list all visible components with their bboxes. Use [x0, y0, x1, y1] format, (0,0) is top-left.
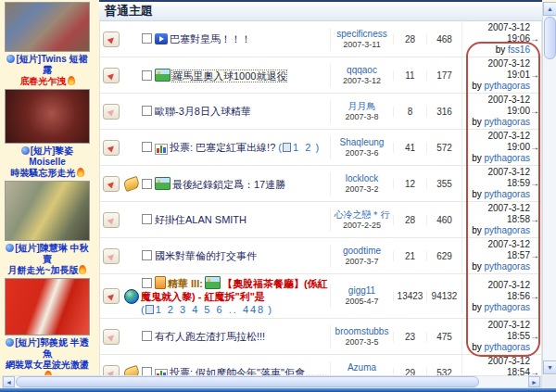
scroll-left-button[interactable]: ◄: [3, 376, 15, 387]
last-poster-link[interactable]: pythagoras: [485, 153, 530, 163]
ad-thumbnail-image[interactable]: [5, 278, 90, 335]
new-post-flag-icon[interactable]: ▶: [103, 248, 120, 264]
last-post-time: 2007-3-12 19:01: [462, 58, 530, 81]
topic-post-date: 2007-3-5: [331, 337, 393, 348]
digest-icon: [155, 276, 166, 289]
ad-caption-line1[interactable]: [短片]黎姿 Moiselle: [29, 145, 73, 167]
topic-checkbox[interactable]: [142, 33, 152, 44]
ad-caption-line1[interactable]: [短片]陳慧琳 中秋賣: [15, 243, 88, 264]
page-number-links[interactable]: 1 2: [293, 142, 312, 153]
goto-last-post-icon[interactable]: →: [530, 142, 539, 153]
topic-title-link[interactable]: 好掛住ALAN SMITH: [155, 214, 246, 225]
last-poster-link[interactable]: pythagoras: [485, 81, 530, 91]
media-play-icon: [21, 146, 30, 155]
image-topic-icon: [155, 69, 171, 82]
ad-caption-line2[interactable]: 月餅走光~加長版: [8, 265, 79, 275]
new-post-flag-icon[interactable]: ▶: [103, 288, 120, 304]
topic-checkbox[interactable]: [142, 214, 152, 224]
ad-caption-line2[interactable]: 網裝眾女星波光激盪: [6, 360, 89, 370]
topic-checkbox[interactable]: [142, 179, 152, 189]
reply-count: 21: [393, 251, 426, 261]
author-link[interactable]: qqqaoc: [331, 65, 393, 76]
author-link[interactable]: broomstubbs: [331, 326, 393, 337]
author-link[interactable]: Shaqleung: [331, 137, 393, 148]
last-poster-link[interactable]: fss16: [508, 44, 530, 55]
new-post-flag-icon[interactable]: ▶: [103, 212, 120, 228]
new-post-flag-icon[interactable]: ▶: [103, 176, 120, 192]
page-number-links[interactable]: 1 2 3 4 5 6 .. 448: [156, 304, 266, 315]
pages-icon: [145, 305, 154, 314]
horizontal-scrollbar[interactable]: ◄ ►: [2, 375, 541, 388]
ad-caption-line2[interactable]: 底春光乍洩: [20, 76, 67, 86]
goto-last-post-icon[interactable]: →: [530, 331, 539, 342]
hand-icon: [122, 175, 140, 191]
reply-count: 28: [393, 34, 426, 44]
author-link[interactable]: 月月鳥: [331, 101, 393, 112]
topic-table: ▶ 巴塞對皇馬！！！ specificness 2007-3-11 28 468…: [99, 21, 542, 392]
goto-last-post-icon[interactable]: →: [530, 106, 539, 117]
poll-topic-icon: [155, 144, 168, 155]
goto-last-post-icon[interactable]: →: [530, 291, 539, 302]
goto-last-post-icon[interactable]: →: [530, 33, 539, 44]
topic-title-link[interactable]: 巴塞對皇馬！！！: [170, 33, 251, 44]
last-poster-link[interactable]: pythagoras: [485, 342, 530, 352]
goto-last-post-icon[interactable]: →: [530, 178, 539, 189]
ad-thumbnail-image[interactable]: [5, 181, 90, 241]
ad-thumbnail-item[interactable]: [短片]黎姿 Moiselle 時裝騷忘形走光: [5, 89, 90, 180]
topic-checkbox[interactable]: [142, 106, 152, 116]
topic-title-link[interactable]: 國米對華倫的打交事件: [155, 250, 257, 261]
topic-post-date: 2007-3-12: [331, 76, 393, 86]
topic-checkbox[interactable]: [142, 70, 152, 81]
goto-last-post-icon[interactable]: →: [530, 250, 539, 261]
ad-thumbnail-image[interactable]: [5, 2, 90, 52]
by-label: by: [472, 81, 482, 91]
horizontal-scroll-thumb[interactable]: [16, 376, 479, 387]
ad-caption: [短片]黎姿 Moiselle 時裝騷忘形走光: [5, 144, 90, 180]
new-post-flag-icon[interactable]: ▶: [103, 140, 120, 156]
goto-last-post-icon[interactable]: →: [530, 214, 539, 225]
ad-thumbnail-item[interactable]: [短片]陳慧琳 中秋賣 月餅走光~加長版: [5, 181, 90, 277]
topic-title-link[interactable]: 羅馬里奧入球1000就退役: [172, 70, 286, 82]
ad-thumbnail-item[interactable]: [短片]郭羨妮 半透魚 網裝眾女星波光激盪: [5, 278, 90, 383]
last-poster-link[interactable]: pythagoras: [485, 117, 530, 127]
vertical-scroll-thumb[interactable]: [544, 17, 556, 59]
ad-caption-line1[interactable]: [短片]Twins 短裙露: [16, 54, 87, 75]
author-link[interactable]: locklock: [331, 173, 393, 184]
last-post-time: 2007-3-12 18:58: [462, 203, 530, 225]
last-poster-link[interactable]: pythagoras: [485, 261, 530, 272]
view-count: 355: [426, 179, 461, 189]
topic-title-link[interactable]: 投票: 巴塞定紅軍出線!?: [170, 142, 275, 153]
new-post-flag-icon[interactable]: ▶: [103, 104, 120, 120]
new-post-flag-icon[interactable]: ▶: [103, 68, 120, 83]
vertical-scrollbar[interactable]: ▲ ▼: [542, 2, 556, 374]
ad-thumbnail-item[interactable]: [短片]Twins 短裙露 底春光乍洩: [5, 2, 90, 88]
author-link[interactable]: Azuma: [331, 362, 393, 373]
topic-row: ▶ 羅馬里奧入球1000就退役 qqqaoc 2007-3-12 11 177 …: [100, 57, 541, 94]
author-link[interactable]: goodtime: [331, 246, 393, 257]
new-post-flag-icon[interactable]: ▶: [103, 32, 120, 47]
ad-caption-line1[interactable]: [短片]郭羨妮 半透魚: [15, 337, 88, 359]
topic-row: ▶ 有冇人跑左渣打馬拉松!!! broomstubbs 2007-3-5 23 …: [100, 319, 541, 355]
topic-checkbox[interactable]: [142, 331, 152, 341]
ad-thumbnail-image[interactable]: [5, 89, 90, 144]
last-poster-link[interactable]: pythagoras: [485, 189, 530, 199]
topic-checkbox[interactable]: [142, 250, 152, 260]
topic-checkbox[interactable]: [142, 278, 152, 288]
topic-title-link[interactable]: 歐聯-3月8日入球精華: [155, 106, 251, 117]
last-poster-link[interactable]: pythagoras: [485, 302, 530, 312]
topic-title-link[interactable]: 有冇人跑左渣打馬拉松!!!: [155, 331, 265, 342]
last-post-time: 2007-3-12 19:00: [462, 95, 530, 117]
author-link[interactable]: specificness: [331, 29, 393, 40]
new-post-flag-icon[interactable]: ▶: [103, 329, 120, 345]
scroll-right-button[interactable]: ►: [528, 376, 540, 387]
topic-checkbox[interactable]: [142, 142, 152, 152]
goto-last-post-icon[interactable]: →: [530, 70, 539, 81]
last-poster-link[interactable]: pythagoras: [485, 225, 530, 235]
topic-title-link[interactable]: 最後紀錄鎖定爲：17連勝: [172, 179, 285, 190]
ad-caption-line2[interactable]: 時裝騷忘形走光: [11, 168, 76, 178]
author-link[interactable]: gigg11: [331, 285, 393, 297]
scroll-down-button[interactable]: ▼: [543, 360, 556, 374]
author-link[interactable]: 心冷之戀＊行: [331, 209, 393, 221]
scroll-up-button[interactable]: ▲: [543, 2, 556, 16]
topic-list-main: 普通主題 ▶ 巴塞對皇馬！！！ specificness 2007-3-11 2…: [93, 0, 556, 392]
